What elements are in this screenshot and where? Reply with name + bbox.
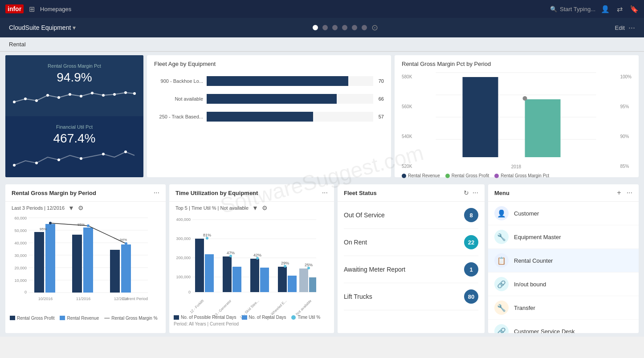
rgm-more-button[interactable]: ··· bbox=[154, 189, 159, 197]
svg-text:400,000: 400,000 bbox=[176, 217, 191, 222]
fleet-status-header: Fleet Status ↻ ··· bbox=[338, 184, 485, 202]
app-title[interactable]: CloudSuite Equipment▾ bbox=[9, 24, 76, 31]
page-dot-2[interactable] bbox=[322, 25, 328, 30]
fleet-age-widget: Fleet Age by Equipment 900 - Backhoe Lo.… bbox=[147, 55, 391, 177]
customer-service-desk-icon: 🔗 bbox=[494, 324, 509, 333]
page-dot-arrow[interactable]: ⊙ bbox=[371, 23, 378, 33]
menu-card: Menu + ··· 👤 Customer 🔧 Equipment Master… bbox=[488, 184, 639, 333]
svg-text:25%: 25% bbox=[305, 263, 313, 267]
kpi-lower-label: Financial Util Pct bbox=[56, 124, 93, 130]
svg-point-3 bbox=[46, 94, 49, 97]
kpi-upper-label: Rental Gross Margin Pct bbox=[48, 63, 101, 69]
svg-text:40,000: 40,000 bbox=[14, 241, 27, 245]
legend-gross-margin-pct: Rental Gross Margin Pct bbox=[494, 173, 549, 178]
rgm-card-title: Rental Gross Margin by Period bbox=[12, 190, 150, 196]
svg-point-49 bbox=[87, 224, 90, 227]
bookmark-icon[interactable]: 🔖 bbox=[630, 5, 639, 13]
svg-rect-22 bbox=[463, 77, 498, 157]
svg-text:50,000: 50,000 bbox=[14, 228, 27, 233]
search-placeholder-text: Start Typing... bbox=[560, 6, 595, 12]
bar-container-3 bbox=[207, 112, 373, 122]
status-label-awaiting-meter: Awaiting Meter Report bbox=[344, 266, 464, 273]
sub-navigation: CloudSuite Equipment▾ ⊙ Edit ··· bbox=[0, 18, 644, 37]
page-dot-5[interactable] bbox=[352, 25, 357, 30]
page-dot-6[interactable] bbox=[362, 25, 367, 30]
bar-container-1 bbox=[207, 76, 373, 86]
infor-logo: infor bbox=[5, 4, 24, 13]
menu-item-transfer[interactable]: 🔧 Transfer bbox=[488, 296, 639, 320]
rgm-card-header: Rental Gross Margin by Period ··· bbox=[5, 184, 166, 202]
legend-line-margin: — bbox=[104, 315, 110, 321]
app-title-caret: ▾ bbox=[73, 24, 76, 31]
rgm-filter-label: Last 3 Periods | 12/2016 bbox=[12, 205, 65, 211]
rgm-bottom-legend: Rental Gross Profit Rental Revenue — Ren… bbox=[10, 315, 161, 321]
fleet-status-refresh-button[interactable]: ↻ bbox=[464, 189, 469, 196]
svg-text:95%: 95% bbox=[40, 227, 47, 231]
kpi-lower: Financial Util Pct 467.4% bbox=[5, 116, 143, 177]
legend-gross-profit: Rental Gross Profit bbox=[445, 173, 489, 178]
svg-rect-65 bbox=[195, 239, 204, 292]
menu-item-customer[interactable]: 👤 Customer bbox=[488, 202, 639, 225]
svg-point-0 bbox=[13, 101, 16, 103]
menu-item-label-inout-bound: In/out bound bbox=[514, 281, 546, 288]
rgm-gear-icon[interactable]: ⚙ bbox=[78, 204, 84, 212]
svg-text:10/2016: 10/2016 bbox=[38, 297, 53, 301]
bar-label-2: Not available bbox=[154, 96, 203, 102]
svg-point-10 bbox=[124, 91, 127, 94]
menu-add-button[interactable]: + bbox=[617, 189, 621, 197]
svg-text:81%: 81% bbox=[203, 233, 211, 237]
svg-rect-74 bbox=[260, 268, 269, 292]
bar-row-2: Not available 66 bbox=[154, 94, 384, 104]
rental-counter-icon: 📋 bbox=[494, 253, 509, 268]
menu-item-rental-counter[interactable]: 📋 Rental Counter bbox=[488, 249, 639, 273]
edit-button[interactable]: Edit bbox=[615, 24, 625, 31]
page-dot-4[interactable] bbox=[342, 25, 347, 30]
grid-icon[interactable]: ⊞ bbox=[29, 5, 35, 13]
fleet-status-more-button[interactable]: ··· bbox=[473, 189, 478, 197]
menu-item-inout-bound[interactable]: 🔗 In/out bound bbox=[488, 273, 639, 296]
status-badge-on-rent: 22 bbox=[464, 235, 478, 249]
user-icon[interactable]: 👤 bbox=[601, 5, 610, 13]
inout-bound-icon: 🔗 bbox=[494, 277, 509, 291]
legend-rental-days bbox=[242, 315, 247, 320]
rental-gross-margin-pct-title: Rental Gross Margin Pct by Period bbox=[402, 61, 632, 67]
svg-rect-69 bbox=[223, 256, 232, 292]
page-dot-3[interactable] bbox=[332, 25, 338, 30]
time-util-more-button[interactable]: ··· bbox=[322, 189, 328, 197]
rgm-svg bbox=[416, 73, 616, 162]
status-row-awaiting-meter: Awaiting Meter Report 1 bbox=[344, 256, 478, 283]
svg-rect-78 bbox=[288, 276, 297, 292]
search-bar[interactable]: 🔍 Start Typing... bbox=[550, 6, 595, 12]
bar-row-1: 900 - Backhoe Lo... 70 bbox=[154, 76, 384, 86]
svg-point-50 bbox=[125, 242, 127, 245]
menu-item-equipment-master[interactable]: 🔧 Equipment Master bbox=[488, 225, 639, 249]
svg-text:11/2016: 11/2016 bbox=[76, 297, 91, 301]
svg-text:100,000: 100,000 bbox=[176, 275, 191, 279]
svg-text:30,000: 30,000 bbox=[14, 253, 27, 258]
page-dot-1[interactable] bbox=[313, 25, 318, 30]
svg-text:60,000: 60,000 bbox=[14, 216, 27, 220]
bar-label-1: 900 - Backhoe Lo... bbox=[154, 78, 203, 84]
rgm-filter-icon[interactable]: ▼ bbox=[68, 204, 74, 212]
svg-point-6 bbox=[80, 95, 82, 98]
svg-point-11 bbox=[133, 92, 136, 95]
time-util-gear-icon[interactable]: ⚙ bbox=[262, 204, 268, 212]
status-row-lift-trucks: Lift Trucks 80 bbox=[344, 283, 478, 310]
fleet-status-title: Fleet Status bbox=[344, 190, 460, 196]
more-options-button[interactable]: ··· bbox=[628, 23, 635, 33]
homepages-label[interactable]: Homepages bbox=[40, 6, 71, 12]
legend-possible-days bbox=[174, 315, 179, 320]
status-label-on-rent: On Rent bbox=[344, 239, 464, 246]
svg-text:95%: 95% bbox=[77, 223, 85, 227]
svg-text:10,000: 10,000 bbox=[14, 278, 27, 283]
bar-value-3: 57 bbox=[379, 114, 384, 119]
svg-point-5 bbox=[69, 93, 71, 96]
share-icon[interactable]: ⇄ bbox=[617, 5, 623, 13]
time-util-filter-icon[interactable]: ▼ bbox=[252, 204, 258, 212]
bottom-widgets-row: Rental Gross Margin by Period ··· Last 3… bbox=[0, 181, 644, 337]
menu-item-customer-service-desk[interactable]: 🔗 Customer Service Desk bbox=[488, 320, 639, 333]
svg-text:0: 0 bbox=[24, 290, 27, 294]
svg-rect-70 bbox=[232, 267, 241, 292]
svg-point-4 bbox=[57, 96, 60, 99]
menu-more-button[interactable]: ··· bbox=[627, 189, 632, 197]
